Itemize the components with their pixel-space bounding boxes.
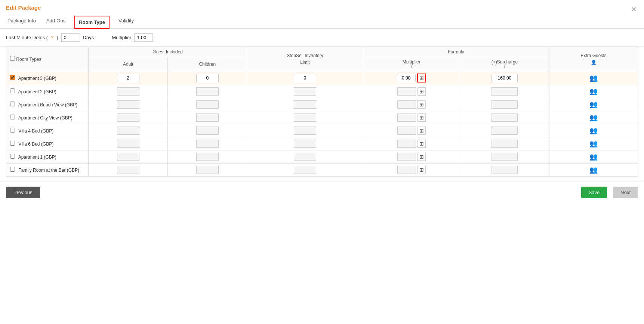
surcharge-input-apt-beach[interactable]	[492, 100, 518, 109]
row-checkbox-family[interactable]	[10, 167, 15, 172]
row-checkbox-villa6[interactable]	[10, 141, 15, 146]
adult-input-apt1[interactable]	[117, 153, 139, 161]
row-checkbox-apt-beach[interactable]	[10, 102, 15, 106]
children-cell	[168, 98, 247, 111]
surcharge-input-apt3[interactable]	[492, 74, 518, 82]
surcharge-input-apt1[interactable]	[492, 153, 518, 161]
adult-input-villa4[interactable]	[117, 127, 139, 135]
multiplier-cell: ⊞	[363, 71, 460, 85]
limit-input-apt-beach[interactable]	[294, 100, 316, 109]
surcharge-subheader: (+)Surcharge ⇓	[460, 57, 549, 71]
modal-header: Edit Package ✕	[0, 0, 644, 14]
last-minute-label: Last Minute Deals (	[6, 35, 48, 40]
calc-button-apt-city[interactable]: ⊞	[417, 113, 426, 122]
multiplier-input-villa4[interactable]	[397, 127, 416, 135]
multiplier-input-apt3[interactable]	[397, 74, 416, 82]
help-icon[interactable]: ?	[51, 35, 53, 40]
tab-package-info[interactable]: Package Info	[6, 14, 37, 29]
close-button[interactable]: ✕	[629, 5, 638, 13]
children-input-apt1[interactable]	[196, 153, 219, 161]
table-row: Apartment 2 (GBP) ⊞ 👥	[6, 85, 638, 98]
adult-cell	[89, 85, 168, 98]
multiplier-input-apt-beach[interactable]	[397, 100, 416, 109]
limit-input-villa6[interactable]	[294, 140, 316, 148]
extra-guests-icon-apt-city[interactable]: 👥	[589, 114, 598, 121]
multiplier-input-apt2[interactable]	[397, 87, 416, 96]
children-input-villa6[interactable]	[196, 140, 219, 148]
limit-input-apt2[interactable]	[294, 87, 316, 96]
extra-guests-icon-apt2[interactable]: 👥	[589, 88, 598, 95]
row-checkbox-apt2[interactable]	[10, 88, 15, 93]
tab-validity[interactable]: Validity	[117, 14, 135, 29]
limit-cell	[247, 137, 363, 150]
limit-input-villa4[interactable]	[294, 127, 316, 135]
calc-button-family[interactable]: ⊞	[417, 166, 426, 174]
surcharge-input-villa6[interactable]	[492, 140, 518, 148]
adult-input-family[interactable]	[117, 166, 139, 174]
extra-guests-icon-apt1[interactable]: 👥	[589, 153, 598, 161]
row-checkbox-apt-city[interactable]	[10, 115, 15, 119]
row-checkbox-apt3[interactable]	[10, 75, 15, 80]
multiplier-cell: ⊞	[363, 163, 460, 177]
multiplier-input-family[interactable]	[397, 166, 416, 174]
surcharge-input-apt-city[interactable]	[492, 113, 518, 122]
children-input-apt-city[interactable]	[196, 113, 219, 122]
extra-guests-icon-family[interactable]: 👥	[589, 166, 598, 174]
surcharge-input-villa4[interactable]	[492, 127, 518, 135]
room-name-cell: Villa 4 Bed (GBP)	[6, 124, 89, 137]
adult-input-apt-city[interactable]	[117, 113, 139, 122]
row-checkbox-apt1[interactable]	[10, 154, 15, 159]
calc-button-apt-beach[interactable]: ⊞	[417, 100, 426, 109]
extra-guests-icon-villa6[interactable]: 👥	[589, 140, 598, 147]
limit-input-apt1[interactable]	[294, 153, 316, 161]
calc-button-apt2[interactable]: ⊞	[417, 87, 426, 96]
table-row: Villa 6 Bed (GBP) ⊞ 👥	[6, 137, 638, 150]
row-checkbox-villa4[interactable]	[10, 128, 15, 133]
limit-cell	[247, 85, 363, 98]
children-input-villa4[interactable]	[196, 127, 219, 135]
room-name-label: Apartment 1 (GBP)	[18, 155, 56, 160]
children-input-apt-beach[interactable]	[196, 100, 219, 109]
multiplier-cell: ⊞	[363, 85, 460, 98]
multiplier-input-villa6[interactable]	[397, 140, 416, 148]
children-subheader: Children	[168, 57, 247, 71]
limit-input-apt-city[interactable]	[294, 113, 316, 122]
extra-guests-icon-apt-beach[interactable]: 👥	[589, 101, 598, 108]
multiplier-input-apt-city[interactable]	[397, 113, 416, 122]
children-input-apt3[interactable]	[196, 74, 219, 82]
adult-input-apt-beach[interactable]	[117, 100, 139, 109]
table-row: Apartment 3 (GBP) ⊞ 👥	[6, 71, 638, 85]
select-all-checkbox[interactable]	[10, 56, 15, 61]
room-name-cell: Apartment 1 (GBP)	[6, 150, 89, 163]
save-button[interactable]: Save	[581, 187, 607, 198]
calc-button-apt3[interactable]: ⊞	[417, 74, 426, 82]
limit-input-apt3[interactable]	[294, 74, 316, 82]
surcharge-cell	[460, 163, 549, 177]
limit-input-family[interactable]	[294, 166, 316, 174]
adult-cell	[89, 98, 168, 111]
tab-add-ons[interactable]: Add-Ons	[45, 14, 67, 29]
extra-guests-icon-apt3[interactable]: 👥	[589, 74, 598, 82]
room-name-label: Apartment 3 (GBP)	[18, 76, 56, 81]
surcharge-input-apt2[interactable]	[492, 87, 518, 96]
children-input-apt2[interactable]	[196, 87, 219, 96]
children-input-family[interactable]	[196, 166, 219, 174]
extra-guests-icon-villa4[interactable]: 👥	[589, 127, 598, 134]
calc-button-villa4[interactable]: ⊞	[417, 127, 426, 135]
surcharge-input-family[interactable]	[492, 166, 518, 174]
room-types-header: Room Types	[16, 57, 41, 62]
calc-button-apt1[interactable]: ⊞	[417, 153, 426, 161]
adult-input-villa6[interactable]	[117, 140, 139, 148]
tab-room-type[interactable]: Room Type	[74, 16, 110, 29]
next-button[interactable]: Next	[613, 187, 638, 198]
multiplier-input-apt1[interactable]	[397, 153, 416, 161]
adult-input-apt3[interactable]	[117, 74, 139, 82]
previous-button[interactable]: Previous	[6, 187, 40, 198]
room-name-cell: Apartment Beach View (GBP)	[6, 98, 89, 111]
last-minute-days-input[interactable]	[61, 33, 80, 42]
adult-cell	[89, 150, 168, 163]
adult-input-apt2[interactable]	[117, 87, 139, 96]
multiplier-input[interactable]	[134, 33, 153, 42]
surcharge-cell	[460, 124, 549, 137]
calc-button-villa6[interactable]: ⊞	[417, 140, 426, 148]
